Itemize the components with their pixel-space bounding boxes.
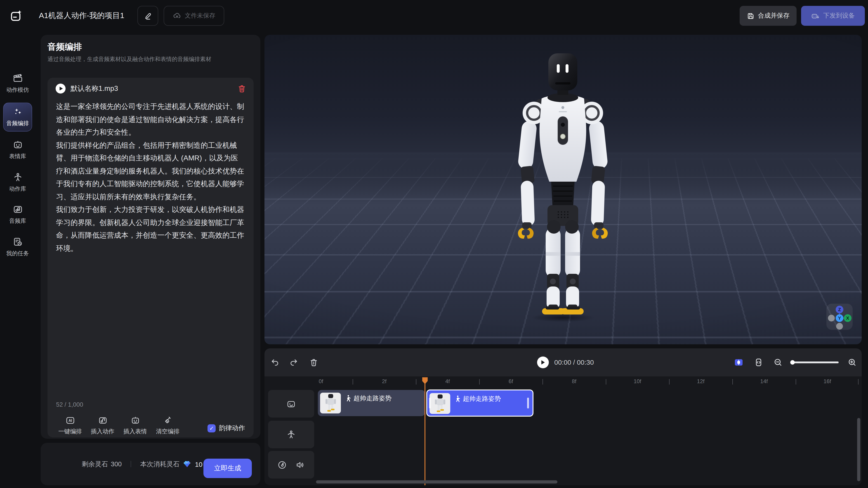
walking-person-icon: [454, 395, 461, 402]
clip-thumbnail: [430, 393, 450, 414]
undo-icon[interactable]: [270, 358, 279, 367]
axis-gizmo[interactable]: Z Y X: [827, 304, 852, 330]
rhythm-toggle[interactable]: ✓ 韵律动作: [208, 424, 245, 432]
redo-icon[interactable]: [289, 358, 298, 367]
slider-knob[interactable]: [790, 360, 795, 365]
play-audio-button[interactable]: [56, 84, 66, 94]
generate-button-label: 立即生成: [214, 464, 241, 473]
robot-face-icon: [286, 399, 296, 409]
rhythm-checkbox[interactable]: ✓: [208, 424, 216, 432]
insert-expression-button[interactable]: 插入表情: [121, 416, 150, 435]
robot-download-icon: [811, 11, 819, 20]
fit-timeline-icon[interactable]: [754, 358, 763, 367]
generate-footer: 剩余灵石 300 本次消耗灵石 10 立即生成: [41, 443, 260, 485]
pencil-icon: [144, 11, 152, 20]
sidebar-item-audio-lib[interactable]: 音频库: [0, 204, 35, 225]
sidebar-label: 动作模仿: [0, 86, 35, 94]
delete-audio-button[interactable]: [237, 84, 246, 93]
speaker-icon[interactable]: [295, 460, 305, 470]
time-display: 00:00 / 00:30: [554, 348, 594, 377]
insert-motion-button[interactable]: 插入动作: [88, 416, 117, 435]
ruler-label: 14f: [760, 378, 768, 385]
ruler-label: 4f: [445, 378, 450, 385]
ruler-label: 2f: [382, 378, 386, 385]
ruler-tick: [479, 379, 480, 385]
gem-icon: [183, 460, 191, 468]
ruler-tick: [542, 379, 543, 385]
panel-title: 音频编排: [48, 41, 82, 53]
deploy-button[interactable]: 下发到设备: [801, 6, 865, 26]
sidebar-item-audio-arrange[interactable]: 音频编排: [0, 107, 35, 127]
music-box-icon: [98, 416, 107, 425]
motion-clip[interactable]: 超帅走路姿势: [318, 390, 425, 416]
timeline-section: 00:00 / 00:30 0f 2f 4f 6f 8f 10f 12f 14f…: [265, 348, 862, 485]
horizontal-scrollbar[interactable]: [316, 480, 557, 484]
rename-button[interactable]: [137, 6, 158, 26]
audio-file-name: 默认名称1.mp3: [70, 84, 237, 93]
clip-name: 超帅走路姿势: [463, 395, 501, 403]
action-label: 一键编排: [58, 427, 82, 435]
ruler-label: 8f: [572, 378, 577, 385]
action-label: 清空编排: [156, 427, 180, 435]
ruler-tick: [416, 379, 416, 385]
zoom-out-icon[interactable]: [774, 358, 782, 367]
sidebar-item-motion-lib[interactable]: 动作库: [0, 172, 35, 193]
char-counter: 52 / 1,000: [56, 401, 83, 408]
zoom-in-icon[interactable]: [848, 358, 857, 367]
timeline-zoom-slider[interactable]: [791, 361, 839, 363]
script-paragraph: 我们致力于创新，大力投资于研发，以突破人机协作和机器学习的界限。创新机器人公司助…: [56, 203, 245, 255]
cost-label: 本次消耗灵石: [140, 460, 180, 468]
save-icon: [747, 12, 754, 20]
ruler-label: 12f: [697, 378, 704, 385]
app-logo-icon[interactable]: [10, 9, 23, 22]
clear-arrange-button[interactable]: 清空编排: [153, 416, 182, 435]
credit-info: 剩余灵石 300 本次消耗灵石 10: [82, 443, 203, 485]
sidebar-label: 表情库: [0, 153, 35, 160]
task-doc-clock-icon: [0, 237, 35, 247]
ai-icon: AI: [65, 416, 75, 425]
sidebar-item-my-tasks[interactable]: 我的任务: [0, 237, 35, 258]
robot-model[interactable]: [495, 51, 631, 317]
play-button[interactable]: [537, 357, 549, 368]
script-text-area[interactable]: 这是一家全球领先的公司专注于先进机器人系统的设计、制造和部署我们的使命是通过智能…: [56, 100, 245, 398]
motion-track-header[interactable]: [268, 421, 314, 448]
file-status-label: 文件未保存: [185, 12, 215, 20]
playback-bar: 00:00 / 00:30: [265, 348, 862, 377]
ruler-tick: [352, 379, 353, 385]
ruler-label: 6f: [508, 378, 513, 385]
clapperboard-icon: [0, 73, 35, 84]
cloud-x-icon: [173, 11, 181, 20]
trash-icon[interactable]: [309, 358, 318, 367]
insert-clip-icon[interactable]: [734, 358, 743, 367]
script-actions: AI 一键编排 插入动作 插入表情: [56, 416, 182, 435]
sidebar: 动作模仿 音频编排 表情库 动作库 音频库: [0, 32, 35, 488]
vertical-scrollbar[interactable]: [857, 418, 860, 481]
sidebar-item-motion-mimic[interactable]: 动作模仿: [0, 73, 35, 94]
ruler-label: 0f: [319, 378, 323, 385]
motion-clip-selected[interactable]: 超帅走路姿势: [426, 390, 533, 417]
expression-track-header[interactable]: [268, 390, 314, 418]
robot-face-icon: [0, 140, 35, 150]
viewport-3d[interactable]: Z Y X: [265, 35, 862, 344]
ruler-label: 16f: [824, 378, 831, 385]
audio-file-row: 默认名称1.mp3: [56, 82, 246, 95]
person-icon: [0, 172, 35, 183]
divider: [131, 461, 131, 467]
file-status-button[interactable]: 文件未保存: [164, 6, 224, 26]
save-button[interactable]: 合成并保存: [740, 6, 797, 26]
person-icon: [286, 429, 296, 440]
action-label: 插入表情: [123, 427, 147, 435]
deploy-button-label: 下发到设备: [823, 12, 855, 20]
ruler-tick: [669, 379, 670, 385]
sparkles-icon: [0, 107, 35, 117]
music-box-icon: [0, 204, 35, 215]
auto-arrange-button[interactable]: AI 一键编排: [56, 416, 85, 435]
project-title: A1机器人动作-我的项目1: [39, 0, 124, 32]
playhead-handle[interactable]: [422, 377, 428, 384]
audio-track-header[interactable]: [268, 451, 314, 479]
broom-icon: [163, 416, 173, 425]
sidebar-item-expression-lib[interactable]: 表情库: [0, 140, 35, 160]
generate-button[interactable]: 立即生成: [204, 459, 252, 478]
ruler-tick: [796, 379, 796, 385]
sidebar-label: 音频库: [0, 217, 35, 225]
